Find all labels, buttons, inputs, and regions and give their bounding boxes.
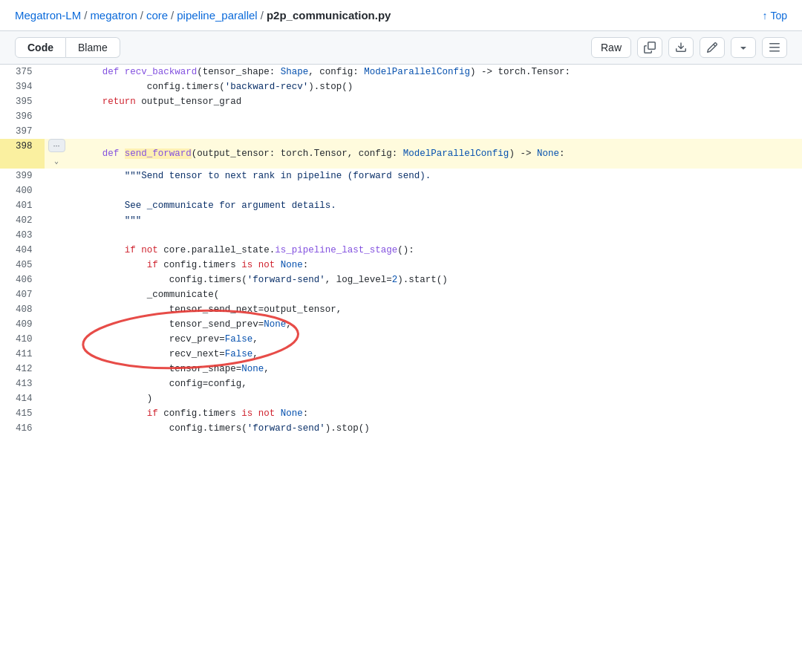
breadcrumb-pipeline[interactable]: pipeline_parallel	[177, 9, 257, 22]
breadcrumb-sep-3: /	[171, 9, 174, 22]
line-gutter	[45, 332, 68, 347]
table-row: 415 if config.timers is not None:	[0, 406, 802, 421]
line-gutter	[45, 376, 68, 391]
line-content: def recv_backward(tensor_shape: Shape, c…	[68, 65, 802, 79]
line-number[interactable]: 399	[0, 169, 45, 183]
table-row: 416 config.timers('forward-send').stop()	[0, 421, 802, 436]
breadcrumb-core[interactable]: core	[146, 9, 168, 22]
edit-dropdown-button[interactable]	[731, 37, 756, 58]
line-content: config=config,	[68, 376, 802, 391]
line-number[interactable]: 415	[0, 406, 45, 421]
line-gutter	[45, 169, 68, 183]
table-row: 400	[0, 183, 802, 198]
line-gutter	[45, 109, 68, 124]
line-gutter	[45, 421, 68, 436]
line-content: recv_prev=False,	[68, 332, 802, 347]
line-content: _communicate(	[68, 287, 802, 302]
expand-dots-button[interactable]: ···	[48, 139, 65, 152]
line-number[interactable]: 395	[0, 94, 45, 109]
line-number[interactable]: 410	[0, 332, 45, 347]
line-number[interactable]: 408	[0, 302, 45, 317]
table-row: 414 )	[0, 391, 802, 406]
line-content: recv_next=False,	[68, 347, 802, 362]
line-gutter	[45, 317, 68, 332]
table-row: 411 recv_next=False,	[0, 347, 802, 362]
table-row: 412 tensor_shape=None,	[0, 362, 802, 376]
table-row: 409 tensor_send_prev=None,	[0, 317, 802, 332]
line-number[interactable]: 413	[0, 376, 45, 391]
table-row: 395 return output_tensor_grad	[0, 94, 802, 109]
line-number[interactable]: 375	[0, 65, 45, 79]
download-button[interactable]	[668, 37, 694, 58]
table-row: 401 See _communicate for argument detail…	[0, 198, 802, 213]
line-gutter	[45, 243, 68, 258]
line-gutter	[45, 302, 68, 317]
line-number[interactable]: 402	[0, 213, 45, 228]
line-number[interactable]: 406	[0, 273, 45, 287]
line-number[interactable]: 409	[0, 317, 45, 332]
line-number[interactable]: 403	[0, 228, 45, 243]
line-gutter	[45, 391, 68, 406]
table-row: 407 _communicate(	[0, 287, 802, 302]
line-gutter	[45, 273, 68, 287]
table-row: 399 """Send tensor to next rank in pipel…	[0, 169, 802, 183]
edit-button[interactable]	[700, 37, 725, 58]
line-number[interactable]: 401	[0, 198, 45, 213]
line-content	[68, 109, 802, 124]
table-row: 403	[0, 228, 802, 243]
line-content	[68, 228, 802, 243]
code-table: 375 def recv_backward(tensor_shape: Shap…	[0, 65, 802, 436]
page-header: Megatron-LM / megatron / core / pipeline…	[0, 0, 802, 31]
blame-tab[interactable]: Blame	[66, 37, 120, 58]
table-row: 397	[0, 124, 802, 139]
copy-icon	[644, 42, 656, 53]
toolbar-actions: Raw	[591, 37, 787, 58]
table-row: 413 config=config,	[0, 376, 802, 391]
line-number[interactable]: 416	[0, 421, 45, 436]
breadcrumb-sep-1: /	[84, 9, 87, 22]
top-link-label: Top	[770, 10, 787, 22]
line-gutter	[45, 347, 68, 362]
symbols-button[interactable]	[762, 37, 787, 58]
line-content: tensor_shape=None,	[68, 362, 802, 376]
line-gutter	[45, 65, 68, 79]
code-container: 375 def recv_backward(tensor_shape: Shap…	[0, 65, 802, 436]
line-number[interactable]: 400	[0, 183, 45, 198]
breadcrumb-repo[interactable]: Megatron-LM	[15, 9, 81, 22]
table-row: 406 config.timers('forward-send', log_le…	[0, 273, 802, 287]
table-row: 408 tensor_send_next=output_tensor,	[0, 302, 802, 317]
line-number[interactable]: 414	[0, 391, 45, 406]
line-number[interactable]: 397	[0, 124, 45, 139]
line-number[interactable]: 405	[0, 258, 45, 273]
top-link[interactable]: ↑ Top	[762, 10, 787, 22]
line-gutter	[45, 362, 68, 376]
table-row: 402 """	[0, 213, 802, 228]
line-number[interactable]: 394	[0, 79, 45, 94]
copy-button[interactable]	[637, 37, 662, 58]
raw-button[interactable]: Raw	[591, 37, 631, 58]
line-gutter	[45, 213, 68, 228]
breadcrumb-file: p2p_communication.py	[267, 9, 391, 22]
table-row: 375 def recv_backward(tensor_shape: Shap…	[0, 65, 802, 79]
line-content: def send_forward(output_tensor: torch.Te…	[68, 139, 802, 169]
line-gutter	[45, 406, 68, 421]
table-row: 410 recv_prev=False,	[0, 332, 802, 347]
breadcrumb-megatron[interactable]: megatron	[90, 9, 137, 22]
top-arrow-icon: ↑	[762, 10, 767, 22]
line-content: tensor_send_next=output_tensor,	[68, 302, 802, 317]
line-number[interactable]: 396	[0, 109, 45, 124]
chevron-icon: ⌄	[54, 157, 59, 166]
line-number[interactable]: 412	[0, 362, 45, 376]
line-number[interactable]: 407	[0, 287, 45, 302]
table-row: 394 config.timers('backward-recv').stop(…	[0, 79, 802, 94]
code-tab[interactable]: Code	[15, 37, 66, 58]
line-number[interactable]: 411	[0, 347, 45, 362]
line-content: if config.timers is not None:	[68, 258, 802, 273]
symbols-icon	[769, 42, 780, 53]
line-content: See _communicate for argument details.	[68, 198, 802, 213]
pencil-icon	[706, 42, 718, 53]
line-content: """Send tensor to next rank in pipeline …	[68, 169, 802, 183]
line-content	[68, 183, 802, 198]
line-number[interactable]: 404	[0, 243, 45, 258]
line-number[interactable]: 398	[0, 139, 45, 169]
